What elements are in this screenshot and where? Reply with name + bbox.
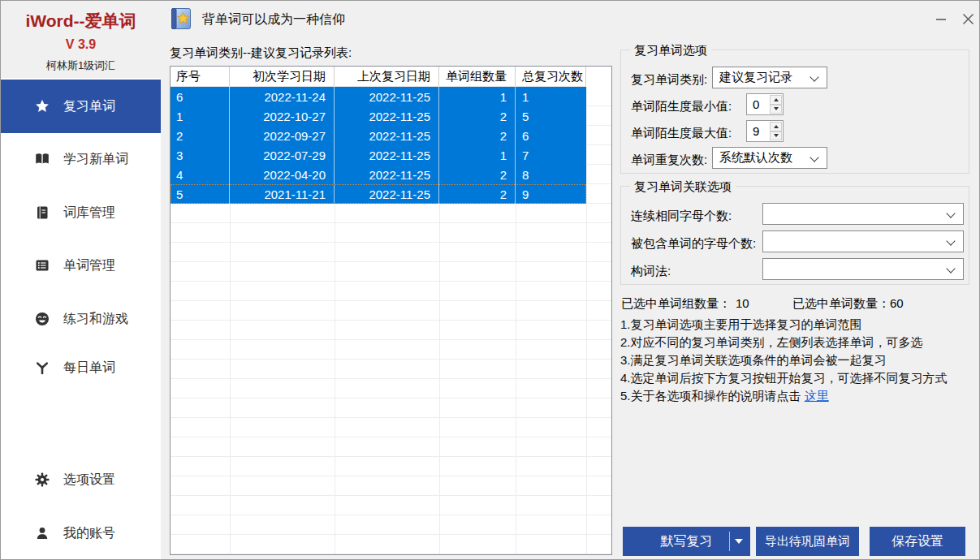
sidebar-item-label: 每日单词: [63, 360, 115, 377]
same-letters-dropdown[interactable]: [762, 203, 964, 225]
table-row[interactable]: 3 2022-07-29 2022-11-25 1 7: [171, 145, 586, 165]
export-words-button[interactable]: 导出待巩固单词: [756, 527, 859, 556]
contained-words-label: 被包含单词的字母个数:: [631, 236, 756, 252]
category-label: 复习单词类别:: [631, 72, 707, 88]
selected-words-stat: 已选中单词数量：60: [792, 296, 904, 312]
close-icon[interactable]: [956, 7, 980, 30]
library-icon: [35, 205, 50, 220]
grid-line: [586, 87, 587, 554]
stat-label: 已选中单词数量：: [792, 296, 890, 310]
column-header[interactable]: 序号: [171, 67, 230, 86]
stepper-value: 9: [753, 124, 759, 138]
stat-value: 60: [890, 296, 904, 310]
table-header: 序号 初次学习日期 上次复习日期 单词组数量 总复习次数: [171, 67, 586, 87]
app-brand: iWord--爱单词 V 3.9 柯林斯1级词汇: [1, 1, 161, 78]
spin-down-icon[interactable]: [770, 105, 782, 114]
cell-review-count: 9: [516, 184, 586, 204]
instruction-line: 4.选定单词后按下方复习按钮开始复习，可选择不同复习方式: [620, 371, 948, 386]
app-window: 背单词可以成为一种信仰 iWord--爱单词 V 3.9 柯林斯1级词汇 复习单…: [0, 0, 980, 560]
review-records-table[interactable]: 序号 初次学习日期 上次复习日期 单词组数量 总复习次数 6 2022-11-2…: [170, 66, 612, 555]
spin-up-icon[interactable]: [770, 122, 782, 131]
cell-group-count: 1: [439, 145, 516, 165]
repeat-count-dropdown[interactable]: 系统默认次数: [712, 147, 827, 169]
instruction-text: 5.关于各选项和操作的说明请点击: [620, 389, 805, 403]
sidebar-item-label: 练习和游戏: [63, 311, 128, 328]
cell-last-review-date: 2022-11-25: [335, 165, 439, 184]
book-star-icon: [169, 6, 193, 31]
max-unfamiliarity-label: 单词陌生度最大值:: [631, 126, 732, 141]
sidebar-item-learn-new-words[interactable]: 学习新单词: [1, 143, 161, 175]
chevron-down-icon: [809, 72, 818, 81]
contained-words-dropdown[interactable]: [762, 230, 964, 252]
sidebar: iWord--爱单词 V 3.9 柯林斯1级词汇 复习单词 学习新单词: [1, 1, 161, 560]
button-label: 保存设置: [891, 533, 943, 550]
repeat-count-label: 单词重复次数:: [631, 153, 707, 168]
sidebar-item-word-library[interactable]: 词库管理: [1, 196, 161, 229]
spin-up-icon[interactable]: [770, 95, 782, 105]
cell-review-count: 5: [516, 106, 586, 126]
sidebar-item-my-account[interactable]: 我的账号: [1, 517, 161, 549]
app-version: V 3.9: [1, 37, 161, 52]
stat-value: 10: [736, 296, 749, 310]
table-row[interactable]: 4 2022-04-20 2022-11-25 2 8: [171, 165, 586, 184]
max-unfamiliarity-stepper[interactable]: 9: [746, 120, 784, 142]
minimize-icon[interactable]: [929, 7, 953, 30]
min-unfamiliarity-label: 单词陌生度最小值:: [631, 99, 732, 114]
open-book-icon: [35, 152, 50, 166]
min-unfamiliarity-stepper[interactable]: 0: [746, 93, 784, 115]
cell-group-count: 2: [439, 165, 516, 184]
cell-first-study-date: 2022-10-27: [230, 106, 335, 126]
sprout-icon: [35, 360, 50, 375]
cell-seq: 5: [171, 184, 230, 204]
cell-seq: 1: [171, 106, 230, 126]
word-formation-label: 构词法:: [631, 264, 671, 279]
sidebar-item-review-words[interactable]: 复习单词: [1, 80, 161, 133]
column-header[interactable]: 初次学习日期: [230, 67, 335, 86]
cell-review-count: 6: [516, 126, 586, 145]
sidebar-item-label: 学习新单词: [63, 151, 128, 168]
column-header[interactable]: 总复习次数: [516, 67, 586, 86]
cell-last-review-date: 2022-11-25: [335, 126, 439, 145]
sidebar-item-label: 词库管理: [63, 205, 115, 222]
word-list-icon: [35, 258, 50, 273]
app-title: iWord--爱单词: [1, 10, 161, 32]
list-title: 复习单词类别--建议复习记录列表:: [170, 45, 352, 61]
instruction-line: 5.关于各选项和操作的说明请点击 这里: [620, 389, 829, 404]
star-icon: [35, 99, 50, 114]
cell-first-study-date: 2022-04-20: [230, 165, 335, 184]
dictation-review-split-button[interactable]: 默写复习: [623, 527, 750, 556]
chevron-down-icon: [946, 264, 955, 273]
table-row[interactable]: 2 2022-09-27 2022-11-25 2 6: [171, 126, 586, 145]
button-label: 默写复习: [633, 533, 740, 550]
cell-last-review-date: 2022-11-25: [335, 145, 439, 165]
review-options-group: 复习单词选项 复习单词类别: 建议复习记录 单词陌生度最小值: 0 单词陌生度最…: [620, 50, 969, 174]
dropdown-arrow-icon[interactable]: [735, 539, 743, 544]
sidebar-item-daily-words[interactable]: 每日单词: [1, 351, 161, 384]
spin-down-icon[interactable]: [770, 131, 782, 141]
cell-first-study-date: 2021-11-21: [230, 184, 335, 204]
dropdown-value: 建议复习记录: [719, 70, 792, 85]
cell-seq: 3: [171, 145, 230, 165]
sidebar-item-label: 单词管理: [63, 257, 115, 274]
word-formation-dropdown[interactable]: [762, 258, 964, 280]
cell-review-count: 1: [516, 87, 586, 106]
help-link[interactable]: 这里: [805, 389, 829, 403]
table-row-focused[interactable]: 5 2021-11-21 2022-11-25 2 9: [171, 184, 586, 204]
cell-review-count: 7: [516, 145, 586, 165]
table-row[interactable]: 1 2022-10-27 2022-11-25 2 5: [171, 106, 586, 126]
sidebar-item-word-management[interactable]: 单词管理: [1, 249, 161, 282]
chevron-down-icon: [809, 153, 818, 162]
button-separator: [729, 532, 730, 551]
sidebar-item-practice-games[interactable]: 练习和游戏: [1, 303, 161, 335]
column-header[interactable]: 上次复习日期: [335, 67, 439, 86]
table-row[interactable]: 6 2022-11-24 2022-11-25 1 1: [171, 87, 586, 106]
save-settings-button[interactable]: 保存设置: [870, 527, 965, 556]
chevron-down-icon: [946, 209, 955, 218]
cell-first-study-date: 2022-09-27: [230, 126, 335, 145]
column-header[interactable]: 单词组数量: [439, 67, 516, 86]
cell-review-count: 8: [516, 165, 586, 184]
cell-seq: 6: [171, 87, 230, 106]
instruction-line: 3.满足复习单词关联选项条件的单词会被一起复习: [620, 353, 887, 368]
sidebar-item-settings[interactable]: 选项设置: [1, 463, 161, 496]
category-dropdown[interactable]: 建议复习记录: [712, 67, 827, 88]
